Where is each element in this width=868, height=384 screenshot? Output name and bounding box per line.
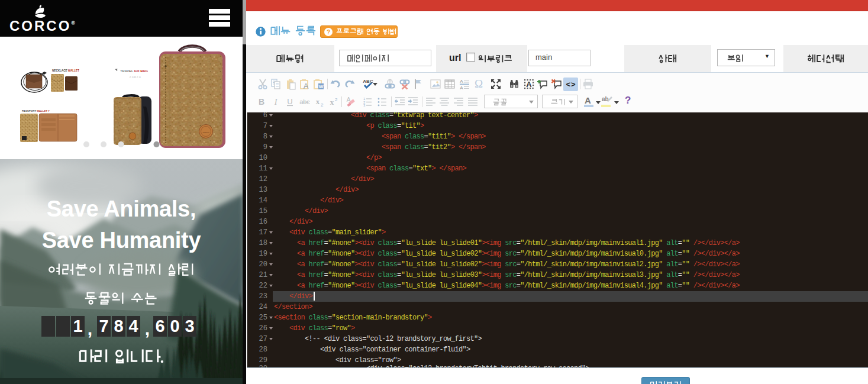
svg-text:A: A: [460, 85, 463, 90]
svg-text:?: ?: [327, 29, 330, 36]
svg-text:PASSPORT WALLET 7: PASSPORT WALLET 7: [22, 109, 50, 112]
svg-text:corco: corco: [202, 131, 209, 134]
svg-text:A: A: [304, 82, 309, 90]
svg-text:<>: <>: [566, 80, 576, 89]
svg-text:I: I: [274, 98, 278, 107]
svg-text:A: A: [526, 80, 532, 89]
svg-text:TRAVEL GO BAG: TRAVEL GO BAG: [120, 69, 149, 73]
svg-text:CORCO: CORCO: [130, 76, 141, 79]
svg-text:x: x: [316, 97, 320, 106]
svg-text:A: A: [460, 79, 463, 84]
svg-text:2: 2: [321, 102, 324, 108]
svg-text:x: x: [330, 98, 334, 107]
svg-text:3: 3: [363, 104, 366, 107]
svg-text:U: U: [287, 97, 292, 106]
svg-text:2: 2: [335, 97, 338, 102]
svg-text:B: B: [259, 97, 264, 107]
svg-text:W: W: [319, 84, 324, 89]
svg-text:NECKLACE WALLET: NECKLACE WALLET: [52, 69, 79, 72]
svg-text:Ω: Ω: [475, 78, 483, 90]
